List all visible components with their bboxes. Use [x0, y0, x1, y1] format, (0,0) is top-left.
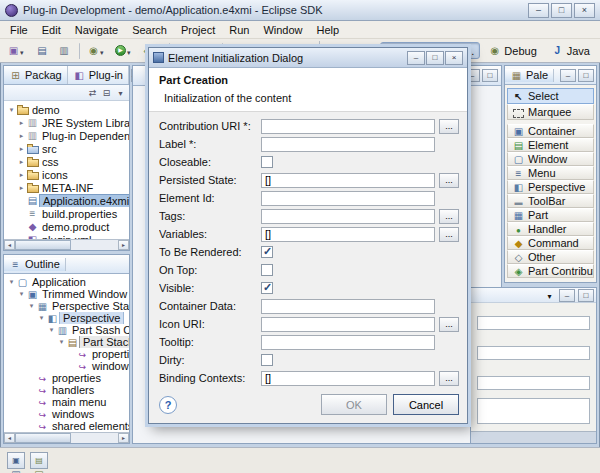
- palette-entry[interactable]: Handler: [507, 222, 594, 236]
- twistie-icon[interactable]: [17, 171, 26, 179]
- closeable-checkbox[interactable]: [261, 156, 273, 168]
- menu-item[interactable]: Search: [125, 22, 174, 38]
- tree-item[interactable]: Application.e4xmi: [4, 194, 129, 207]
- minimized-view-icon[interactable]: [30, 452, 48, 469]
- properties-field[interactable]: [477, 376, 590, 390]
- tree-item[interactable]: shared elements: [4, 420, 129, 432]
- twistie-icon[interactable]: [17, 158, 26, 166]
- toolbar-button[interactable]: [53, 41, 75, 61]
- scroll-left-icon[interactable]: [4, 240, 15, 250]
- horizontal-scrollbar[interactable]: [4, 239, 129, 250]
- container-data-input[interactable]: [261, 299, 435, 314]
- menu-item[interactable]: Navigate: [68, 22, 125, 38]
- view-tab[interactable]: Packag: [4, 66, 68, 84]
- palette-entry[interactable]: ToolBar: [507, 194, 594, 208]
- tags-input[interactable]: [261, 209, 435, 224]
- contribution-uri-input[interactable]: [261, 119, 435, 134]
- tree-item[interactable]: windows: [4, 360, 129, 372]
- fast-view-icon[interactable]: [7, 452, 25, 469]
- tree-item[interactable]: demo: [4, 103, 129, 116]
- scroll-right-icon[interactable]: [118, 433, 129, 443]
- tab-palette[interactable]: Pale: [505, 69, 554, 82]
- twistie-icon[interactable]: [17, 119, 26, 127]
- toolbar-button[interactable]: [84, 41, 111, 61]
- palette-entry[interactable]: Window: [507, 152, 594, 166]
- menu-item[interactable]: Run: [222, 22, 256, 38]
- window-maximize-button[interactable]: □: [551, 3, 572, 18]
- twistie-icon[interactable]: [57, 338, 66, 346]
- scroll-thumb[interactable]: [15, 240, 71, 250]
- twistie-icon[interactable]: [17, 145, 26, 153]
- cancel-button[interactable]: Cancel: [393, 394, 459, 415]
- editor-maximize-icon[interactable]: [482, 69, 498, 82]
- tree-item[interactable]: windows: [4, 408, 129, 420]
- dirty-checkbox[interactable]: [261, 354, 273, 366]
- palette-tool[interactable]: Marquee: [507, 104, 594, 120]
- palette-entry[interactable]: Perspective: [507, 180, 594, 194]
- ok-button[interactable]: OK: [321, 394, 387, 415]
- menu-item[interactable]: Help: [310, 22, 347, 38]
- view-tab[interactable]: Plug-in: [68, 66, 129, 84]
- icon-uri-input[interactable]: [261, 317, 435, 332]
- menu-item[interactable]: File: [3, 22, 35, 38]
- tree-item[interactable]: main menu: [4, 396, 129, 408]
- to-be-rendered-checkbox[interactable]: [261, 246, 273, 258]
- tree-item[interactable]: properties: [4, 348, 129, 360]
- palette-tool[interactable]: Select: [507, 88, 594, 104]
- palette-entry[interactable]: Command: [507, 236, 594, 250]
- tags-browse-button[interactable]: ...: [439, 209, 459, 224]
- tree-item[interactable]: Part Sash Contain...: [4, 324, 129, 336]
- dialog-maximize-button[interactable]: □: [426, 51, 444, 65]
- tree-item[interactable]: build.properties: [4, 207, 129, 220]
- properties-field[interactable]: [477, 346, 590, 360]
- tree-item[interactable]: handlers: [4, 384, 129, 396]
- variables-browse-button[interactable]: ...: [439, 227, 459, 242]
- help-button[interactable]: ?: [159, 396, 177, 414]
- scroll-left-icon[interactable]: [4, 433, 15, 443]
- icon-uri-browse-button[interactable]: ...: [439, 317, 459, 332]
- binding-contexts-input[interactable]: [261, 371, 435, 386]
- visible-checkbox[interactable]: [261, 282, 273, 294]
- binding-contexts-browse-button[interactable]: ...: [439, 371, 459, 386]
- tree-item[interactable]: Perspective: [4, 312, 129, 324]
- panel-minimize-icon[interactable]: [559, 289, 575, 302]
- dialog-minimize-button[interactable]: –: [407, 51, 425, 65]
- palette-entry[interactable]: Part: [507, 208, 594, 222]
- persisted-state-input[interactable]: [261, 173, 435, 188]
- menu-item[interactable]: Edit: [35, 22, 68, 38]
- twistie-icon[interactable]: [17, 184, 26, 192]
- tree-item[interactable]: JRE System Library [J2SE-1.5]: [4, 116, 129, 129]
- tree-item[interactable]: demo.product: [4, 220, 129, 233]
- tree-item[interactable]: Part Stack: [4, 336, 129, 348]
- tree-item[interactable]: Perspective Stack: [4, 300, 129, 312]
- menu-item[interactable]: Project: [174, 22, 222, 38]
- label-input[interactable]: [261, 137, 435, 152]
- twistie-icon[interactable]: [47, 326, 56, 334]
- panel-minimize-icon[interactable]: [560, 69, 576, 82]
- tree-item[interactable]: Application: [4, 276, 129, 288]
- panel-maximize-icon[interactable]: [578, 69, 594, 82]
- twistie-icon[interactable]: [27, 302, 36, 310]
- view-menu-icon[interactable]: [543, 289, 556, 302]
- element-id-input[interactable]: [261, 191, 435, 206]
- tooltip-input[interactable]: [261, 335, 435, 350]
- on-top-checkbox[interactable]: [261, 264, 273, 276]
- dialog-close-button[interactable]: ×: [445, 51, 463, 65]
- contribution-uri-browse-button[interactable]: ...: [439, 119, 459, 134]
- properties-field[interactable]: [477, 398, 590, 424]
- twistie-icon[interactable]: [17, 290, 26, 298]
- twistie-icon[interactable]: [37, 314, 46, 322]
- window-close-button[interactable]: ×: [574, 3, 595, 18]
- twistie-icon[interactable]: [17, 132, 26, 140]
- tree-item[interactable]: icons: [4, 168, 129, 181]
- tree-item[interactable]: css: [4, 155, 129, 168]
- perspective-button[interactable]: Debug: [482, 42, 542, 59]
- palette-entry[interactable]: Other: [507, 250, 594, 264]
- palette-entry[interactable]: Part Contributions: [507, 264, 594, 278]
- toolbar-button[interactable]: [111, 41, 138, 61]
- view-menu-icon[interactable]: [114, 86, 127, 99]
- palette-entry[interactable]: Element: [507, 138, 594, 152]
- panel-maximize-icon[interactable]: [578, 289, 594, 302]
- toolbar-button[interactable]: [4, 41, 31, 61]
- collapse-all-icon[interactable]: [100, 86, 113, 99]
